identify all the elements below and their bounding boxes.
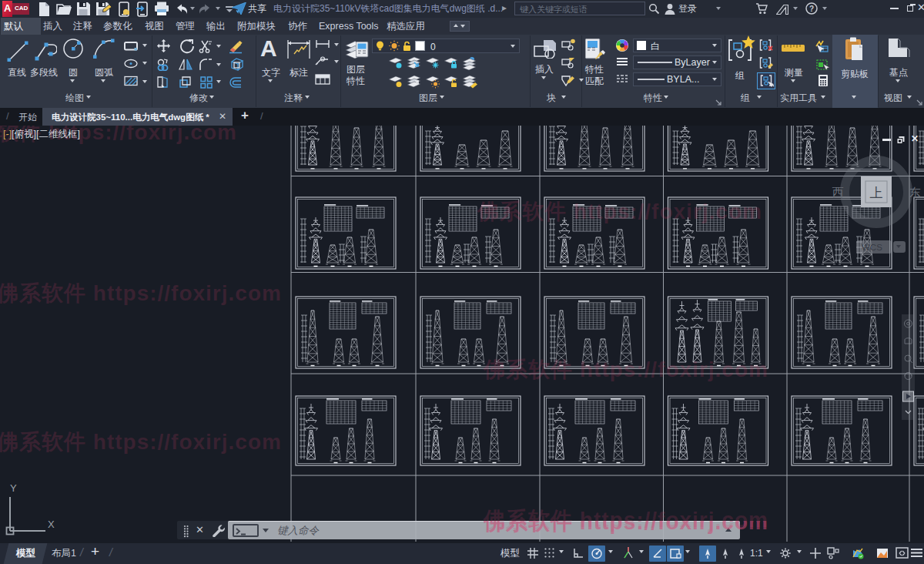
svg-text:?: ?: [809, 5, 814, 13]
